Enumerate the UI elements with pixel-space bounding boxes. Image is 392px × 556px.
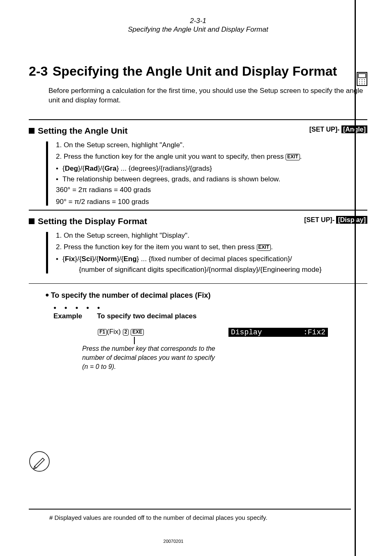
svg-point-6 — [362, 81, 362, 82]
s1-step1: 1. On the Setup screen, highlight "Angle… — [56, 140, 367, 151]
svg-point-5 — [359, 81, 360, 82]
calc-display: Display :Fix2 — [228, 328, 328, 337]
svg-point-8 — [359, 83, 360, 84]
calculator-icon — [357, 72, 367, 88]
dot-bullet: ● — [45, 291, 49, 298]
divider — [29, 283, 367, 284]
pencil-icon — [29, 451, 50, 474]
section1-title: Setting the Angle Unit — [38, 126, 128, 136]
section2-right: [SET UP]- [Display] — [304, 216, 367, 224]
example-dots: ● ● ● ● ● — [53, 305, 367, 310]
f1-key: F1 — [98, 329, 107, 336]
s1-bullet2: • The relationship between degrees, grad… — [56, 174, 367, 185]
divider — [29, 119, 367, 120]
section2-title: Setting the Display Format — [38, 216, 147, 226]
example-keys: F1(Fix) 2 EXE — [98, 328, 221, 337]
note-line — [134, 337, 135, 344]
h1: 2-3 Specifying the Angle Unit and Displa… — [29, 64, 367, 79]
s1-bullet1: • {Deg}/{Rad}/{Gra} ... {degrees}/{radia… — [56, 163, 367, 174]
display-label: [Display] — [336, 216, 367, 224]
exe-key: EXE — [131, 329, 144, 336]
svg-point-4 — [364, 79, 365, 80]
svg-point-7 — [364, 81, 365, 82]
s1-eq2: 90° = π/2 radians = 100 grads — [56, 197, 367, 207]
two-key: 2 — [123, 329, 129, 336]
example-text: To specify two decimal places — [97, 312, 197, 320]
page: 2-3-1 Specifying the Angle Unit and Disp… — [0, 0, 392, 556]
square-bullet-icon — [29, 218, 35, 224]
calc-right: :Fix2 — [303, 328, 325, 336]
svg-point-9 — [362, 83, 362, 84]
footnote-text: # Displayed values are rounded off to th… — [53, 514, 351, 522]
square-bullet-icon — [29, 128, 35, 134]
example-note: Press the number key that corresponds to… — [82, 344, 367, 371]
header-title: Specifying the Angle Unit and Display Fo… — [29, 25, 367, 34]
divider — [29, 210, 367, 211]
page-date: 20070201 — [0, 539, 347, 544]
svg-point-10 — [364, 83, 365, 84]
footnote-divider — [29, 509, 351, 510]
s1-step2: 2. Press the function key for the angle … — [56, 151, 367, 162]
step-bar — [46, 141, 48, 206]
subheading: ●To specify the number of decimal places… — [45, 291, 367, 300]
section2-header: Setting the Display Format [SET UP]- [Di… — [29, 216, 367, 226]
svg-point-2 — [359, 79, 360, 80]
section1-header: Setting the Angle Unit [SET UP]- [Angle] — [29, 126, 367, 136]
footnote: # Displayed values are rounded off to th… — [29, 505, 351, 522]
header-section-num: 2-3-1 — [29, 16, 367, 25]
s2-step2: 2. Press the function key for the item y… — [56, 242, 367, 253]
example-row: Example To specify two decimal places — [53, 312, 367, 320]
section1-right: [SET UP]- [Angle] — [309, 126, 367, 133]
section1-steps: 1. On the Setup screen, highlight "Angle… — [46, 140, 367, 207]
intro-text: Before performing a calculation for the … — [48, 86, 367, 105]
calc-left: Display — [231, 328, 262, 336]
svg-point-3 — [362, 79, 362, 80]
example-keys-row: F1(Fix) 2 EXE Display :Fix2 — [98, 328, 367, 337]
svg-rect-1 — [358, 74, 366, 78]
setup-label: [SET UP]- — [309, 126, 341, 133]
page-header: 2-3-1 Specifying the Angle Unit and Disp… — [29, 16, 367, 41]
h1-num: 2-3 — [29, 64, 53, 79]
section2-steps: 1. On the Setup screen, highlight "Displ… — [46, 230, 367, 275]
s1-eq1: 360° = 2π radians = 400 grads — [56, 185, 367, 195]
step-bar — [46, 232, 48, 273]
exit-key: EXIT — [286, 154, 300, 160]
s2-step1: 1. On the Setup screen, highlight "Displ… — [56, 230, 367, 241]
h1-text: Specifying the Angle Unit and Display Fo… — [53, 64, 337, 79]
svg-line-12 — [35, 466, 36, 468]
page-border — [355, 0, 356, 556]
s2-bullet1: • {Fix}/{Sci}/{Norm}/{Eng} ... {fixed nu… — [56, 254, 367, 276]
example-label: Example — [53, 312, 97, 320]
exit-key: EXIT — [257, 244, 271, 251]
